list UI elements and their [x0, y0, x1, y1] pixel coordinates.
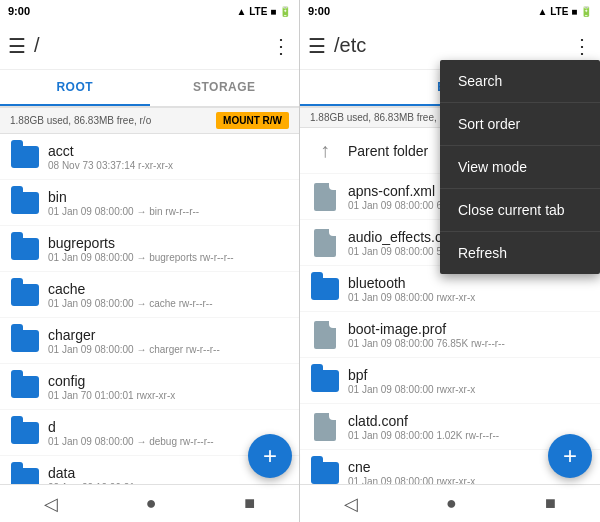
file-icon — [310, 320, 340, 350]
list-item[interactable]: bpf 01 Jan 09 08:00:00 rwxr-xr-x — [300, 358, 600, 404]
status-icons-left: ▲ LTE ■ 🔋 — [237, 6, 291, 17]
dropdown-item-search[interactable]: Search — [440, 60, 600, 103]
list-item[interactable]: bugreports 01 Jan 09 08:00:00 → bugrepor… — [0, 226, 299, 272]
path-label-right: /etc — [334, 34, 564, 57]
folder-icon — [10, 372, 40, 402]
dropdown-item-sort-order[interactable]: Sort order — [440, 103, 600, 146]
file-list-left: acct 08 Nov 73 03:37:14 r-xr-xr-x bin 01… — [0, 134, 299, 484]
folder-icon — [10, 418, 40, 448]
folder-icon — [310, 458, 340, 485]
fab-left[interactable]: + — [248, 434, 292, 478]
menu-icon-right[interactable]: ☰ — [308, 34, 326, 58]
home-button-right[interactable]: ● — [431, 488, 472, 519]
storage-info-left: 1.88GB used, 86.83MB free, r/o MOUNT R/W — [0, 108, 299, 134]
folder-icon — [10, 280, 40, 310]
list-item[interactable]: charger 01 Jan 09 08:00:00 → charger rw-… — [0, 318, 299, 364]
time-left: 9:00 — [8, 5, 30, 17]
list-item[interactable]: cache 01 Jan 09 08:00:00 → cache rw-r--r… — [0, 272, 299, 318]
status-icons-right: ▲ LTE ■ 🔋 — [538, 6, 592, 17]
folder-icon — [10, 142, 40, 172]
folder-icon — [310, 366, 340, 396]
folder-icon — [10, 188, 40, 218]
dropdown-item-refresh[interactable]: Refresh — [440, 232, 600, 274]
file-icon — [310, 412, 340, 442]
fab-right[interactable]: + — [548, 434, 592, 478]
tabs-bar-left: ROOT STORAGE — [0, 70, 299, 108]
dropdown-menu: Search Sort order View mode Close curren… — [440, 60, 600, 274]
list-item[interactable]: boot-image.prof 01 Jan 09 08:00:00 76.85… — [300, 312, 600, 358]
folder-icon — [10, 234, 40, 264]
dropdown-item-view-mode[interactable]: View mode — [440, 146, 600, 189]
back-button-right[interactable]: ◁ — [329, 488, 373, 520]
parent-folder-icon: ↑ — [310, 136, 340, 166]
status-bar-right: 9:00 ▲ LTE ■ 🔋 — [300, 0, 600, 22]
recent-button-left[interactable]: ■ — [229, 488, 270, 519]
folder-icon — [10, 464, 40, 485]
home-button-left[interactable]: ● — [131, 488, 172, 519]
time-right: 9:00 — [308, 5, 330, 17]
dropdown-item-close-tab[interactable]: Close current tab — [440, 189, 600, 232]
list-item[interactable]: acct 08 Nov 73 03:37:14 r-xr-xr-x — [0, 134, 299, 180]
folder-icon — [310, 274, 340, 304]
file-icon — [310, 228, 340, 258]
list-item[interactable]: bin 01 Jan 09 08:00:00 → bin rw-r--r-- — [0, 180, 299, 226]
path-label-left: / — [34, 34, 263, 57]
more-icon-left[interactable]: ⋮ — [271, 34, 291, 58]
menu-icon-left[interactable]: ☰ — [8, 34, 26, 58]
toolbar-left: ☰ / ⋮ — [0, 22, 299, 70]
recent-button-right[interactable]: ■ — [530, 488, 571, 519]
folder-icon — [10, 326, 40, 356]
list-item[interactable]: config 01 Jan 70 01:00:01 rwxr-xr-x — [0, 364, 299, 410]
more-icon-right[interactable]: ⋮ — [572, 34, 592, 58]
tab-root[interactable]: ROOT — [0, 70, 150, 106]
back-button-left[interactable]: ◁ — [29, 488, 73, 520]
nav-bar-right: ◁ ● ■ — [300, 484, 600, 522]
status-bar-left: 9:00 ▲ LTE ■ 🔋 — [0, 0, 299, 22]
mount-button[interactable]: MOUNT R/W — [216, 112, 289, 129]
nav-bar-left: ◁ ● ■ — [0, 484, 299, 522]
file-icon — [310, 182, 340, 212]
tab-storage[interactable]: STORAGE — [150, 70, 300, 106]
